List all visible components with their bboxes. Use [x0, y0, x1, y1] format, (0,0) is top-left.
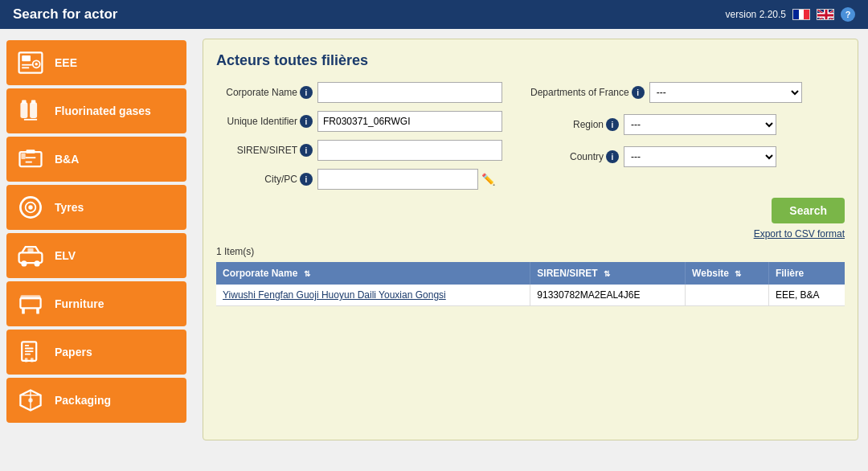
sidebar-item-elv[interactable]: ELV: [6, 233, 186, 278]
table-header-row: Corporate Name ⇅ SIREN/SIRET ⇅ Website ⇅: [216, 262, 845, 285]
sidebar-label-packaging: Packaging: [55, 394, 111, 407]
papers-icon: [14, 336, 47, 368]
country-info-icon[interactable]: i: [606, 150, 619, 163]
col-filiere[interactable]: Filière: [768, 262, 845, 285]
sidebar-label-bna: B&A: [55, 153, 79, 166]
siren-siret-input[interactable]: [317, 140, 502, 161]
departments-label: Departments of France i: [530, 86, 645, 99]
city-pc-row: City/PC i ✏️: [216, 169, 530, 190]
search-button-row: Search: [216, 198, 845, 223]
svg-point-45: [28, 398, 32, 402]
city-pc-info-icon[interactable]: i: [300, 173, 313, 186]
flag-fr[interactable]: [792, 9, 810, 20]
cell-corporate-name[interactable]: Yiwushi Fengfan Guoji Huoyun Daili Youxi…: [216, 285, 530, 306]
region-row: Region i ---: [530, 114, 845, 135]
export-csv-link[interactable]: Export to CSV format: [754, 228, 845, 240]
svg-rect-10: [22, 55, 31, 61]
svg-rect-17: [22, 100, 26, 104]
svg-point-27: [28, 205, 32, 209]
sidebar-item-furniture[interactable]: Furniture: [6, 281, 186, 326]
country-label: Country i: [530, 150, 619, 163]
eee-icon: [14, 47, 47, 79]
city-pc-input-wrapper: ✏️: [317, 169, 495, 190]
corporate-name-input[interactable]: [317, 82, 502, 103]
svg-rect-13: [22, 64, 32, 66]
svg-point-12: [35, 63, 38, 66]
form-left: Corporate Name i Unique Identifier i: [216, 82, 530, 190]
search-panel: Acteurs toutes filières Corporate Name i: [203, 39, 858, 440]
main-layout: EEE Fluorinated gases: [0, 29, 868, 471]
panel-title: Acteurs toutes filières: [216, 52, 845, 69]
sidebar-label-elv: ELV: [55, 249, 76, 262]
svg-rect-21: [27, 149, 35, 154]
version-label: version 2.20.5: [726, 9, 786, 20]
sidebar-item-papers[interactable]: Papers: [6, 330, 186, 375]
export-row: Export to CSV format: [216, 228, 845, 240]
svg-rect-34: [36, 308, 39, 313]
form-right: Departments of France i --- Region i: [530, 82, 845, 190]
svg-rect-16: [30, 102, 37, 118]
help-icon[interactable]: ?: [841, 7, 855, 22]
sort-website-icon: ⇅: [735, 269, 741, 278]
svg-point-30: [35, 260, 40, 266]
country-row: Country i ---: [530, 146, 845, 167]
svg-rect-41: [25, 358, 28, 362]
svg-rect-18: [31, 100, 35, 104]
sidebar-label-fluorinated-gases: Fluorinated gases: [55, 104, 151, 117]
city-pc-edit-button[interactable]: ✏️: [481, 173, 495, 186]
svg-rect-42: [31, 358, 34, 362]
col-corporate-name[interactable]: Corporate Name ⇅: [216, 262, 530, 285]
unique-identifier-input[interactable]: [317, 111, 502, 132]
departments-info-icon[interactable]: i: [632, 86, 645, 99]
corporate-name-label: Corporate Name i: [216, 86, 313, 99]
siren-siret-info-icon[interactable]: i: [300, 144, 313, 157]
cell-website: [686, 285, 769, 306]
sort-corporate-name-icon: ⇅: [304, 269, 310, 278]
corporate-name-info-icon[interactable]: i: [300, 86, 313, 99]
svg-rect-38: [25, 350, 34, 352]
search-button[interactable]: Search: [772, 198, 845, 223]
region-info-icon[interactable]: i: [606, 118, 619, 131]
siren-siret-label: SIREN/SIRET i: [216, 144, 313, 157]
bna-icon: [14, 143, 47, 175]
col-website[interactable]: Website ⇅: [686, 262, 769, 285]
country-select[interactable]: ---: [624, 146, 776, 167]
elv-icon: [14, 240, 47, 272]
corporate-name-link[interactable]: Yiwushi Fengfan Guoji Huoyun Daili Youxi…: [223, 289, 446, 301]
results-table: Corporate Name ⇅ SIREN/SIRET ⇅ Website ⇅: [216, 262, 845, 306]
sidebar-item-packaging[interactable]: Packaging: [6, 378, 186, 423]
region-label: Region i: [530, 118, 619, 131]
svg-rect-37: [25, 348, 34, 350]
siren-siret-row: SIREN/SIRET i: [216, 140, 530, 161]
city-pc-label: City/PC i: [216, 173, 313, 186]
svg-rect-31: [27, 248, 33, 252]
sort-siren-siret-icon: ⇅: [604, 269, 610, 278]
tyres-icon: [14, 191, 47, 223]
region-select[interactable]: ---: [624, 114, 776, 135]
sidebar-item-fluorinated-gases[interactable]: Fluorinated gases: [6, 88, 186, 133]
sidebar: EEE Fluorinated gases: [0, 29, 193, 471]
sidebar-item-eee[interactable]: EEE: [6, 40, 186, 85]
svg-rect-8: [817, 14, 834, 17]
fluorinated-gases-icon: [14, 95, 47, 127]
sidebar-label-furniture: Furniture: [55, 297, 104, 310]
sidebar-item-bna[interactable]: B&A: [6, 137, 186, 182]
sidebar-label-eee: EEE: [55, 56, 77, 69]
sidebar-item-tyres[interactable]: Tyres: [6, 185, 186, 230]
unique-identifier-row: Unique Identifier i: [216, 111, 530, 132]
col-siren-siret[interactable]: SIREN/SIRET ⇅: [530, 262, 686, 285]
results-count: 1 Item(s): [216, 246, 845, 257]
city-pc-input[interactable]: [317, 169, 478, 190]
sidebar-label-tyres: Tyres: [55, 201, 84, 214]
corporate-name-row: Corporate Name i: [216, 82, 530, 103]
svg-rect-33: [22, 308, 25, 313]
svg-point-29: [21, 260, 27, 266]
table-row: Yiwushi Fengfan Guoji Huoyun Daili Youxi…: [216, 285, 845, 306]
cell-filiere: EEE, B&A: [768, 285, 845, 306]
furniture-icon: [14, 288, 47, 320]
flag-uk[interactable]: [817, 9, 834, 20]
departments-select[interactable]: ---: [649, 82, 802, 103]
unique-identifier-info-icon[interactable]: i: [300, 115, 313, 128]
svg-rect-24: [21, 154, 25, 159]
cell-siren-siret: 91330782MA2EAL4J6E: [530, 285, 686, 306]
